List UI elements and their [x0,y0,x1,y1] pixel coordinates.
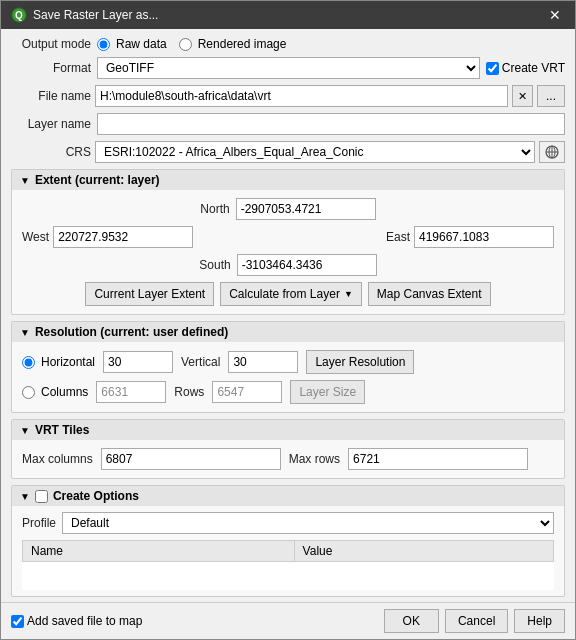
profile-label: Profile [22,516,56,530]
layername-input[interactable] [97,113,565,135]
raw-data-radio[interactable] [97,38,110,51]
horizontal-input[interactable] [103,351,173,373]
crs-select[interactable]: ESRI:102022 - Africa_Albers_Equal_Area_C… [95,141,535,163]
create-vrt-checkbox-label[interactable]: Create VRT [486,61,565,75]
vrt-tiles-row: Max columns Max rows [22,448,554,470]
east-label: East [386,230,410,244]
help-button[interactable]: Help [514,609,565,633]
resolution-section: ▼ Resolution (current: user defined) Hor… [11,321,565,413]
dialog-title: Save Raster Layer as... [33,8,158,22]
footer-left: Add saved file to map [11,614,142,628]
value-column-header: Value [294,541,553,562]
output-mode-options: Raw data Rendered image [97,37,286,51]
add-to-map-checkbox-label[interactable]: Add saved file to map [11,614,142,628]
clear-filename-button[interactable]: ✕ [512,85,533,107]
format-select[interactable]: GeoTIFF [97,57,480,79]
extent-east-col: East [386,226,554,248]
crs-button[interactable] [539,141,565,163]
calculate-from-label: Calculate from Layer [229,287,340,301]
profile-select[interactable]: Default [62,512,554,534]
raw-data-option[interactable]: Raw data [97,37,167,51]
create-vrt-label: Create VRT [502,61,565,75]
rows-label: Rows [174,385,204,399]
format-label: Format [11,61,91,75]
qgis-icon: Q [11,7,27,23]
vertical-input[interactable] [228,351,298,373]
columns-input[interactable] [96,381,166,403]
options-table-body [23,562,554,590]
resolution-columns-row: Columns Rows Layer Size [22,380,554,404]
resolution-section-body: Horizontal Vertical Layer Resolution Col… [12,342,564,412]
max-columns-input[interactable] [101,448,281,470]
output-mode-row: Output mode Raw data Rendered image [11,37,565,51]
columns-radio[interactable] [22,386,35,399]
raw-data-label: Raw data [116,37,167,51]
browse-button[interactable]: ... [537,85,565,107]
south-input[interactable] [237,254,377,276]
vertical-label: Vertical [181,355,220,369]
add-to-map-label: Add saved file to map [27,614,142,628]
rendered-image-radio[interactable] [179,38,192,51]
options-table-head: Name Value [23,541,554,562]
layer-size-button[interactable]: Layer Size [290,380,365,404]
rendered-image-option[interactable]: Rendered image [179,37,287,51]
svg-text:Q: Q [15,10,23,21]
max-rows-input[interactable] [348,448,528,470]
cancel-button[interactable]: Cancel [445,609,508,633]
current-layer-extent-button[interactable]: Current Layer Extent [85,282,214,306]
rows-input[interactable] [212,381,282,403]
west-label: West [22,230,49,244]
format-row: Format GeoTIFF Create VRT [11,57,565,79]
columns-radio-label[interactable]: Columns [22,385,88,399]
layername-row: Layer name [11,113,565,135]
extent-middle-row: West East [22,226,554,248]
title-bar: Q Save Raster Layer as... ✕ [1,1,575,29]
east-input[interactable] [414,226,554,248]
horizontal-radio[interactable] [22,356,35,369]
options-table-header-row: Name Value [23,541,554,562]
output-mode-label: Output mode [11,37,91,51]
create-options-arrow-icon: ▼ [20,491,30,502]
create-vrt-checkbox[interactable] [486,62,499,75]
create-options-section: ▼ Create Options Profile Default Name Va… [11,485,565,597]
footer-right: OK Cancel Help [384,609,565,633]
filename-label: File name [11,89,91,103]
rendered-image-label: Rendered image [198,37,287,51]
dialog-body: Output mode Raw data Rendered image Form… [1,29,575,602]
south-label: South [199,258,230,272]
title-bar-left: Q Save Raster Layer as... [11,7,158,23]
extent-section-label: Extent (current: layer) [35,173,160,187]
extent-section: ▼ Extent (current: layer) North West Eas… [11,169,565,315]
extent-section-body: North West East South [12,190,564,314]
extent-section-header[interactable]: ▼ Extent (current: layer) [12,170,564,190]
create-options-section-header[interactable]: ▼ Create Options [12,486,564,506]
close-button[interactable]: ✕ [545,8,565,22]
resolution-horizontal-row: Horizontal Vertical Layer Resolution [22,350,554,374]
calculate-from-layer-button[interactable]: Calculate from Layer ▼ [220,282,362,306]
globe-icon [545,145,559,159]
name-column-header: Name [23,541,295,562]
extent-arrow-icon: ▼ [20,175,30,186]
calculate-dropdown-arrow: ▼ [344,289,353,299]
profile-row: Profile Default [22,512,554,534]
vrt-tiles-section-label: VRT Tiles [35,423,89,437]
north-input[interactable] [236,198,376,220]
vrt-tiles-section-body: Max columns Max rows [12,440,564,478]
resolution-section-header[interactable]: ▼ Resolution (current: user defined) [12,322,564,342]
add-to-map-checkbox[interactable] [11,615,24,628]
vrt-tiles-section-header[interactable]: ▼ VRT Tiles [12,420,564,440]
resolution-arrow-icon: ▼ [20,327,30,338]
extent-north-row: North [22,198,554,220]
map-canvas-extent-button[interactable]: Map Canvas Extent [368,282,491,306]
filename-row: File name ✕ ... [11,85,565,107]
horizontal-radio-label[interactable]: Horizontal [22,355,95,369]
ok-button[interactable]: OK [384,609,439,633]
filename-input[interactable] [95,85,508,107]
layer-resolution-button[interactable]: Layer Resolution [306,350,414,374]
west-input[interactable] [53,226,193,248]
columns-label: Columns [41,385,88,399]
vrt-tiles-section: ▼ VRT Tiles Max columns Max rows [11,419,565,479]
create-options-checkbox[interactable] [35,490,48,503]
dialog-footer: Add saved file to map OK Cancel Help [1,602,575,639]
extent-west-col: West [22,226,193,248]
